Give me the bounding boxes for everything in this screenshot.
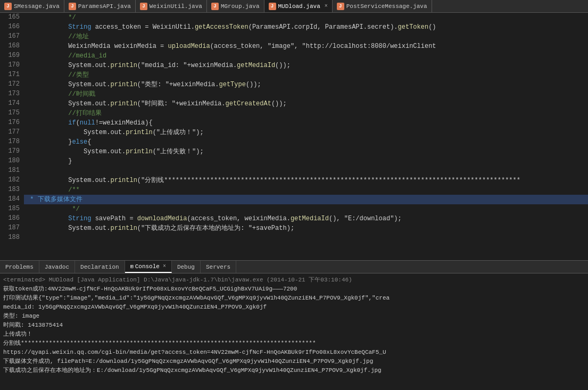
- code-line: 168 WeixinMedia weixinMedia = uploadMedi…: [0, 42, 588, 51]
- line-content: System.out.println("时间戳: "+weixinMedia.g…: [24, 99, 588, 109]
- line-number: 166: [0, 22, 24, 32]
- line-number: 174: [0, 99, 24, 109]
- line-number: 168: [0, 42, 24, 51]
- panel-tab-label: Servers: [206, 264, 230, 270]
- line-number: 167: [0, 32, 24, 42]
- line-content: WeixinMedia weixinMedia = uploadMedia(ac…: [24, 42, 588, 51]
- line-content: System.out.println("media_id: "+weixinMe…: [24, 61, 588, 70]
- panel-tab-label: Javadoc: [45, 264, 69, 270]
- console-header: <terminated> MUDload [Java Application] …: [3, 276, 585, 285]
- code-line: 185 */: [0, 204, 588, 214]
- line-number: 177: [0, 128, 24, 137]
- code-line: 166 String access_token = WeixinUtil.get…: [0, 22, 588, 32]
- line-content: String savePath = downloadMedia(access_t…: [24, 214, 588, 223]
- panel-tab-label: Problems: [5, 264, 34, 270]
- line-content: /**: [24, 185, 588, 195]
- line-content: System.out.println("类型: "+weixinMedia.ge…: [24, 80, 588, 89]
- bottom-panel: ProblemsJavadocDeclaration⊞Console×Debug…: [0, 260, 588, 390]
- tab-bar: JSMessage.javaJParamesAPI.javaJWeixinUti…: [0, 0, 588, 13]
- tab-smessage[interactable]: JSMessage.java: [0, 0, 64, 12]
- code-line: 182 System.out.println("分割线*************…: [0, 176, 588, 185]
- panel-tab-console[interactable]: ⊞Console×: [125, 261, 172, 273]
- line-content: [24, 166, 588, 176]
- line-number: 178: [0, 137, 24, 147]
- line-content: System.out.println("下载成功之后保存在本地的地址为: "+s…: [24, 223, 588, 233]
- console-line: 分割线*************************************…: [3, 339, 585, 348]
- line-number: 170: [0, 61, 24, 70]
- line-number: 171: [0, 70, 24, 80]
- line-content: }else{: [24, 137, 588, 147]
- console-line: https://qyapi.weixin.qq.com/cgi-bin/medi…: [3, 348, 585, 357]
- console-line: media_id: 1y5GgPNqQzxcmgzAVWbAqvGQf_V6gM…: [3, 303, 585, 312]
- java-icon: J: [4, 3, 12, 10]
- line-number: 187: [0, 223, 24, 233]
- panel-tab-label: Declaration: [80, 264, 119, 270]
- line-content: */: [24, 204, 588, 214]
- panel-tab-declaration[interactable]: Declaration: [75, 261, 125, 273]
- java-icon: J: [69, 3, 76, 10]
- code-line: 180 }: [0, 156, 588, 166]
- console-line: 打印测试结果{"type":"image","media_id":"1y5GgP…: [3, 294, 585, 303]
- line-number: 185: [0, 204, 24, 214]
- tab-mudload[interactable]: JMUDload.java×: [264, 0, 333, 12]
- console-line: 类型: image: [3, 312, 585, 321]
- panel-tab-close[interactable]: ×: [163, 263, 166, 269]
- code-line: 170 System.out.println("media_id: "+weix…: [0, 61, 588, 70]
- tab-mgroup[interactable]: JMGroup.java: [207, 0, 264, 12]
- code-line: 175 //打印结果: [0, 109, 588, 118]
- java-icon: J: [140, 3, 147, 10]
- panel-tab-servers[interactable]: Servers: [201, 261, 236, 273]
- tab-label: MUDload.java: [278, 3, 320, 10]
- console-area[interactable]: <terminated> MUDload [Java Application] …: [0, 273, 588, 390]
- tab-paramesapi[interactable]: JParamesAPI.java: [64, 0, 136, 12]
- code-line: 173 //时间戳: [0, 89, 588, 99]
- panel-tab-label: Debug: [177, 264, 195, 270]
- line-number: 184: [0, 195, 24, 204]
- code-line: 172 System.out.println("类型: "+weixinMedi…: [0, 80, 588, 89]
- tab-label: MGroup.java: [221, 3, 260, 10]
- line-number: 175: [0, 109, 24, 118]
- line-content: }: [24, 156, 588, 166]
- tab-label: PostServiceMessage.java: [346, 3, 427, 10]
- line-content: System.out.println("上传成功！");: [24, 128, 588, 137]
- code-line: 171 //类型: [0, 70, 588, 80]
- code-line: 169 //media_id: [0, 51, 588, 61]
- java-icon: J: [211, 3, 219, 10]
- line-content: //时间戳: [24, 89, 588, 99]
- panel-tabs: ProblemsJavadocDeclaration⊞Console×Debug…: [0, 261, 588, 273]
- code-line: 179 System.out.println("上传失败！");: [0, 147, 588, 156]
- java-icon: J: [337, 3, 344, 10]
- code-line: 176 if(null!=weixinMedia){: [0, 118, 588, 128]
- line-content: [24, 233, 588, 243]
- tab-label: WeixinUtil.java: [150, 3, 202, 10]
- line-content: System.out.println("分割线*****************…: [24, 176, 588, 185]
- tab-weixinutil[interactable]: JWeixinUtil.java: [136, 0, 207, 12]
- line-content: //类型: [24, 70, 588, 80]
- code-line: 174 System.out.println("时间戳: "+weixinMed…: [0, 99, 588, 109]
- console-line: 上传成功！: [3, 330, 585, 339]
- line-number: 169: [0, 51, 24, 61]
- line-number: 180: [0, 156, 24, 166]
- line-content: */: [24, 13, 588, 22]
- panel-tab-javadoc[interactable]: Javadoc: [39, 261, 75, 273]
- code-line: 178 }else{: [0, 137, 588, 147]
- editor-area[interactable]: 165 */166 String access_token = WeixinUt…: [0, 13, 588, 260]
- line-content: if(null!=weixinMedia){: [24, 118, 588, 128]
- line-content: String access_token = WeixinUtil.getAcce…: [24, 22, 588, 32]
- panel-tab-debug[interactable]: Debug: [172, 261, 201, 273]
- java-icon: J: [269, 3, 276, 10]
- line-content: System.out.println("上传失败！");: [24, 147, 588, 156]
- tab-close-icon[interactable]: ×: [325, 3, 328, 9]
- line-number: 165: [0, 13, 24, 22]
- line-number: 172: [0, 80, 24, 89]
- line-number: 176: [0, 118, 24, 128]
- code-line: 183 /**: [0, 185, 588, 195]
- panel-tab-problems[interactable]: Problems: [0, 261, 39, 273]
- console-icon: ⊞: [130, 263, 134, 270]
- line-number: 173: [0, 89, 24, 99]
- console-line: 下载媒体文件成功, filePath=E:/download/1y5GgPNqQ…: [3, 357, 585, 366]
- tab-postservice[interactable]: JPostServiceMessage.java: [333, 0, 432, 12]
- line-content: //media_id: [24, 51, 588, 61]
- line-number: 183: [0, 185, 24, 195]
- panel-tab-label: Console: [135, 263, 160, 270]
